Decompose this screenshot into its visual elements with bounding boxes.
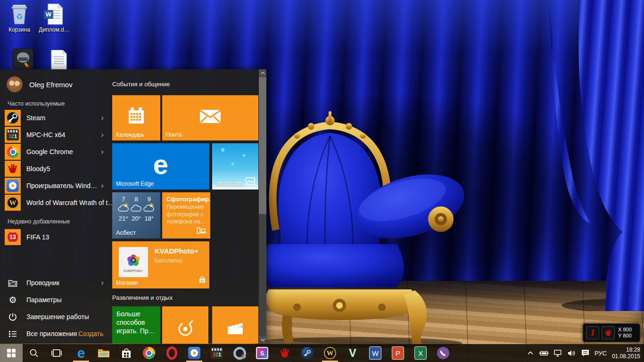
start-menu-scrollbar[interactable] [259,69,266,344]
scroll-up-icon[interactable] [259,69,266,77]
store-app-name: KVADPhoto+ [155,247,198,255]
desktop-icon-game[interactable] [5,49,41,69]
chrome-icon [5,144,21,160]
taskbar-opera[interactable] [160,344,183,362]
store-app-price: Бесплатно [155,257,182,264]
weather-day: 9 [143,196,156,203]
language-indicator[interactable]: РУС [594,350,607,357]
weather-temp: 20° [130,215,142,222]
bloody-hand-icon [279,347,290,359]
section-frequently-used: Часто используемые [8,100,65,107]
taskbar-excel[interactable]: X [409,344,432,362]
partly-sunny-icon [143,203,155,212]
svg-text:♻: ♻ [16,12,23,21]
start-button[interactable] [0,344,23,362]
app-row-mpc-hc[interactable]: 321 MPC-HC x64 › [5,126,108,143]
user-profile[interactable]: Oleg Efremov [5,75,108,94]
tile-group-title: Развлечения и отдых [112,294,173,301]
app-row-chrome[interactable]: Google Chrome › [5,143,108,160]
wow-icon: W [5,195,21,211]
app-row-steam[interactable]: Steam › [5,109,108,126]
steam-icon [301,347,314,359]
app-label: MPC-HC x64 [26,131,65,139]
taskbar-clock[interactable]: 18:28 01.08.2015 [612,346,640,360]
edge-logo: e [153,151,168,178]
taskbar-photo-editor[interactable]: S [251,344,273,362]
desktop-icon-word-doc[interactable]: W Диплом.d… [36,3,73,33]
app-row-wow[interactable]: W World of Warcraft Wrath of t… [5,194,108,211]
desktop-icon-document[interactable] [41,50,77,70]
taskbar-powerpoint[interactable]: P [387,344,409,362]
taskbar-viber[interactable] [432,344,454,362]
taskbar-chrome[interactable] [138,344,160,362]
chevron-right-icon: › [101,278,104,288]
photo-editor-icon: S [256,347,268,359]
network-icon[interactable] [554,350,562,357]
create-group-link[interactable]: Создать [78,325,103,342]
taskbar-wow[interactable]: W [319,344,341,362]
user-name: Oleg Efremov [29,81,73,89]
weather-temp: 18° [143,215,156,222]
menu-item-settings[interactable]: ⚙ Параметры [5,291,108,308]
menu-item-explorer[interactable]: Проводник › [5,274,108,291]
taskbar-file-explorer[interactable] [92,344,115,362]
tile-label: Асбест [116,229,136,236]
taskbar-quicktime[interactable] [228,344,251,362]
desktop-icon-recycle-bin[interactable]: ♻ Корзина [1,3,38,33]
image-icon [246,177,255,187]
app-label: Bloody5 [26,165,50,173]
word-icon: W [369,346,381,360]
viber-icon [437,347,449,359]
taskbar-edge[interactable]: e [70,344,92,362]
battery-icon[interactable] [538,350,549,356]
music-icon [162,306,208,344]
app-row-fifa13[interactable]: 13 FIFA 13 [5,229,108,246]
mpc-hc-icon: 321 [211,347,223,359]
tile-photo-share[interactable]: Сфотографир… Перемещение фотографий с те… [162,192,210,239]
folder-icon [5,279,21,287]
volume-icon[interactable] [568,350,576,357]
tile-movies-tv[interactable] [212,306,258,344]
desktop-icon-label: Корзина [1,26,38,33]
app-row-bloody5[interactable]: Bloody5 [5,160,108,177]
taskbar-bloody[interactable] [273,344,296,362]
action-center-icon[interactable] [581,349,589,357]
tile-edge[interactable]: e Microsoft Edge [112,143,209,189]
tile-weather[interactable]: 7 21° 8 20° 9 [112,192,160,239]
wmp-icon [5,178,21,194]
wow-icon: W [324,347,336,359]
taskbar-mpc-hc[interactable]: 321 [206,344,228,362]
taskbar-steam[interactable] [296,344,319,362]
scrollbar-thumb[interactable] [259,77,266,214]
tile-xbox[interactable]: Больше способов играть. Пр… [112,306,160,344]
tile-store[interactable]: KVADPhoto+ KVADPhoto+ Бесплатно Магазин [112,241,209,288]
app-row-wmp[interactable]: Проигрыватель Wind… › [5,177,108,194]
task-view-icon [51,349,62,357]
taskbar-word[interactable]: W [364,344,387,362]
taskbar-store[interactable] [115,344,138,362]
menu-item-label: Проводник [26,279,59,287]
task-view-button[interactable] [45,344,68,362]
snowflake-icon: ❄ [231,162,234,166]
tile-calendar[interactable]: Календарь [112,95,160,140]
tray-chevron-up[interactable] [528,351,533,355]
menu-item-power[interactable]: Завершение работы [5,308,108,325]
taskbar-search-button[interactable] [23,344,45,362]
taskbar-gta5[interactable]: V [341,344,364,362]
scroll-down-icon[interactable] [259,336,266,344]
dpi-y-value: Y 800 [618,333,632,339]
tile-mail[interactable]: Почта [162,95,258,140]
tile-title: Сфотографир… [166,196,206,203]
tile-groove-music[interactable] [162,306,208,344]
text-document-icon [49,50,69,70]
store-icon [121,347,132,359]
taskbar: e 321 [0,344,644,362]
app-icon-caption: KVADPhoto+ [124,269,143,272]
bloody-profile-cell: 1 [586,326,599,339]
bloody-profile-digit: 1 [590,328,595,338]
gear-icon: ⚙ [5,295,21,305]
snowflake-icon: ❄ [242,154,246,158]
taskbar-wmp[interactable] [183,344,206,362]
bloody-mouse-overlay: 1 X 800 Y 800 [583,323,640,342]
tile-photos[interactable]: ❄ ❄ ❄ Фотограф… [212,143,258,189]
